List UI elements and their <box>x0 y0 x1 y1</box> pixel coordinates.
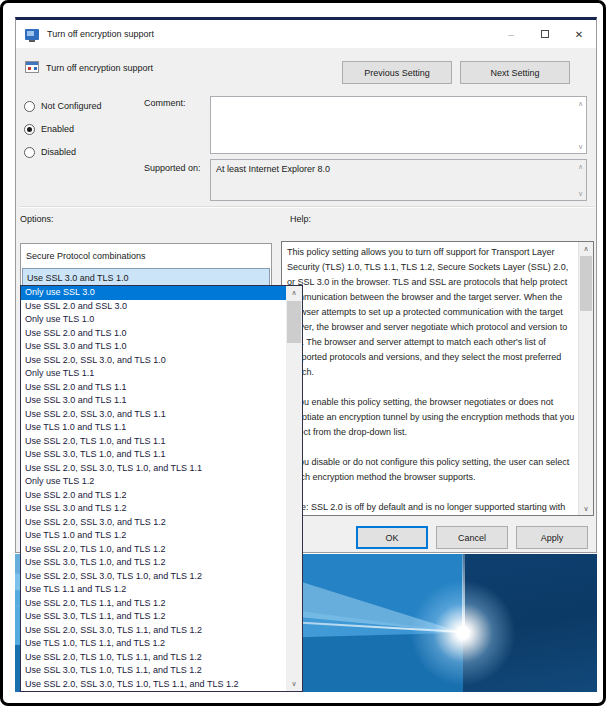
dropdown-option[interactable]: Use SSL 2.0, SSL 3.0, and TLS 1.1 <box>21 408 286 422</box>
combo-label: Secure Protocol combinations <box>26 251 146 261</box>
dropdown-option[interactable]: Use SSL 3.0, TLS 1.1, and TLS 1.2 <box>21 610 286 624</box>
ok-button[interactable]: OK <box>356 526 428 549</box>
dropdown-option[interactable]: Only use TLS 1.0 <box>21 313 286 327</box>
dropdown-option[interactable]: Use SSL 2.0 and TLS 1.0 <box>21 327 286 341</box>
dropdown-option[interactable]: Use SSL 2.0 and TLS 1.2 <box>21 489 286 503</box>
dropdown-scrollbar-thumb[interactable] <box>287 301 301 343</box>
dropdown-option[interactable]: Use SSL 2.0, SSL 3.0, and TLS 1.2 <box>21 516 286 530</box>
section-divider <box>20 206 594 208</box>
help-section-label: Help: <box>290 214 311 224</box>
scroll-down-icon[interactable]: ∨ <box>578 143 583 150</box>
dropdown-option[interactable]: Use SSL 3.0, TLS 1.0, and TLS 1.1 <box>21 448 286 462</box>
dropdown-option[interactable]: Use SSL 3.0, TLS 1.0, and TLS 1.2 <box>21 556 286 570</box>
scroll-down-icon[interactable]: ∨ <box>286 677 302 691</box>
next-setting-button[interactable]: Next Setting <box>460 61 570 84</box>
help-box: This policy setting allows you to turn o… <box>281 241 594 516</box>
dropdown-option[interactable]: Use SSL 2.0 and SSL 3.0 <box>21 300 286 314</box>
scroll-up-icon: ∧ <box>578 163 583 170</box>
dropdown-option[interactable]: Use SSL 3.0 and TLS 1.1 <box>21 394 286 408</box>
window-title: Turn off encryption support <box>47 29 154 39</box>
radio-enabled-circle[interactable] <box>24 124 35 135</box>
scroll-up-icon[interactable]: ∧ <box>579 242 593 255</box>
dropdown-option[interactable]: Use TLS 1.0 and TLS 1.1 <box>21 421 286 435</box>
scroll-up-icon[interactable]: ∧ <box>286 286 302 300</box>
help-paragraph: If you disable or do not configure this … <box>287 455 577 485</box>
scroll-down-icon: ∨ <box>578 190 583 197</box>
titlebar: Turn off encryption support – ✕ <box>16 20 596 48</box>
dropdown-option[interactable]: Only use TLS 1.1 <box>21 367 286 381</box>
help-paragraph: Note: SSL 2.0 is off by default and is n… <box>287 500 577 516</box>
comment-textarea[interactable]: ∧ ∨ <box>210 96 587 154</box>
radio-disabled-circle[interactable] <box>24 147 35 158</box>
scroll-up-icon[interactable]: ∧ <box>578 100 583 107</box>
dropdown-option[interactable]: Use SSL 2.0, TLS 1.0, and TLS 1.2 <box>21 543 286 557</box>
dropdown-option[interactable]: Use SSL 2.0, SSL 3.0, TLS 1.1, and TLS 1… <box>21 624 286 638</box>
gpedit-window-icon <box>25 29 39 40</box>
dropdown-scrollbar[interactable]: ∧ ∨ <box>286 286 302 691</box>
dropdown-option[interactable]: Use SSL 3.0, TLS 1.0, TLS 1.1, and TLS 1… <box>21 664 286 678</box>
dropdown-option[interactable]: Use SSL 3.0 and TLS 1.0 <box>21 340 286 354</box>
dropdown-option[interactable]: Use TLS 1.1 and TLS 1.2 <box>21 583 286 597</box>
help-paragraph: If you enable this policy setting, the b… <box>287 395 577 440</box>
radio-disabled[interactable]: Disabled <box>24 145 76 159</box>
setting-title: Turn off encryption support <box>46 63 153 73</box>
radio-enabled[interactable]: Enabled <box>24 122 74 136</box>
dropdown-option[interactable]: Use SSL 2.0, TLS 1.0, TLS 1.1, and TLS 1… <box>21 651 286 665</box>
dropdown-option[interactable]: Use SSL 2.0, SSL 3.0, TLS 1.0, TLS 1.1, … <box>21 678 286 692</box>
help-paragraph: This policy setting allows you to turn o… <box>287 245 577 380</box>
protocol-dropdown-list: Only use SSL 3.0 Use SSL 2.0 and SSL 3.0… <box>20 285 303 692</box>
window-controls: – ✕ <box>494 20 596 48</box>
supported-on-label: Supported on: <box>144 163 201 173</box>
dropdown-option[interactable]: Only use SSL 3.0 <box>21 286 286 300</box>
help-text: This policy setting allows you to turn o… <box>287 245 577 516</box>
setting-header: Turn off encryption support Previous Set… <box>16 52 596 92</box>
options-section-label: Options: <box>20 214 54 224</box>
dropdown-option[interactable]: Use SSL 3.0 and TLS 1.2 <box>21 502 286 516</box>
dropdown-option[interactable]: Use SSL 2.0, TLS 1.1, and TLS 1.2 <box>21 597 286 611</box>
dropdown-option[interactable]: Use TLS 1.0, TLS 1.1, and TLS 1.2 <box>21 637 286 651</box>
supported-on-box: At least Internet Explorer 8.0 ∧ ∨ <box>210 159 587 201</box>
radio-not-configured[interactable]: Not Configured <box>24 99 102 113</box>
scroll-down-icon[interactable]: ∨ <box>579 502 593 515</box>
radio-not-configured-circle[interactable] <box>24 101 35 112</box>
help-scrollbar-thumb[interactable] <box>580 256 592 311</box>
dropdown-items: Only use SSL 3.0 Use SSL 2.0 and SSL 3.0… <box>21 286 286 691</box>
help-scrollbar[interactable]: ∧ ∨ <box>578 242 593 515</box>
dropdown-option[interactable]: Use TLS 1.0 and TLS 1.2 <box>21 529 286 543</box>
dropdown-option[interactable]: Use SSL 2.0, SSL 3.0, TLS 1.0, and TLS 1… <box>21 570 286 584</box>
dropdown-option[interactable]: Use SSL 2.0, SSL 3.0, and TLS 1.0 <box>21 354 286 368</box>
supported-on-value: At least Internet Explorer 8.0 <box>216 164 330 174</box>
dropdown-option[interactable]: Only use TLS 1.2 <box>21 475 286 489</box>
cancel-button[interactable]: Cancel <box>436 526 508 549</box>
wallpaper-beam-glow <box>403 573 523 692</box>
dropdown-option[interactable]: Use SSL 2.0, TLS 1.0, and TLS 1.1 <box>21 435 286 449</box>
dropdown-option[interactable]: Use SSL 2.0, SSL 3.0, TLS 1.0, and TLS 1… <box>21 462 286 476</box>
screenshot-frame: Turn off encryption support – ✕ Turn off… <box>0 0 606 706</box>
comment-label: Comment: <box>144 98 186 108</box>
maximize-icon[interactable] <box>528 20 562 48</box>
apply-button[interactable]: Apply <box>516 526 588 549</box>
previous-setting-button[interactable]: Previous Setting <box>342 61 452 84</box>
dropdown-option[interactable]: Use SSL 2.0 and TLS 1.1 <box>21 381 286 395</box>
close-icon[interactable]: ✕ <box>562 20 596 48</box>
policy-setting-icon <box>25 61 39 73</box>
minimize-icon[interactable]: – <box>494 20 528 48</box>
